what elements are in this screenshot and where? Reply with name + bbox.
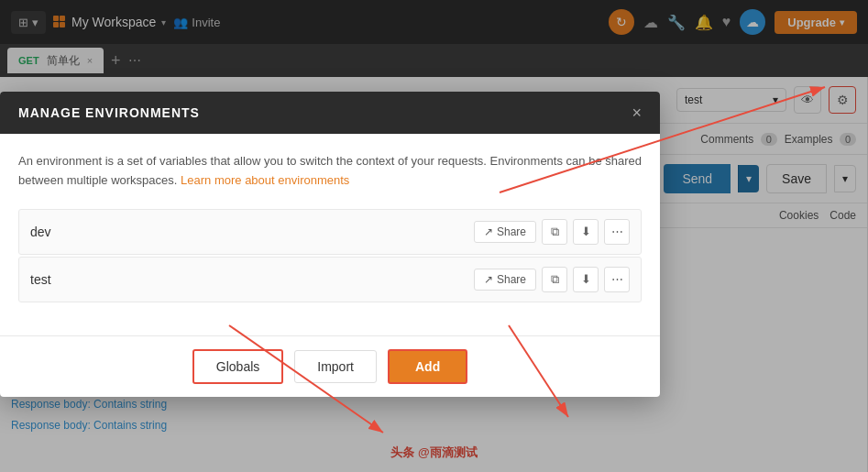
modal-description: An environment is a set of variables tha… — [18, 152, 642, 191]
more-icon-2: ⋯ — [611, 272, 623, 286]
env-item-dev-name: dev — [30, 225, 467, 239]
env-item-test: test ↗ Share ⧉ ⬇ ⋯ — [18, 257, 642, 302]
import-button[interactable]: Import — [294, 350, 377, 383]
env-item-test-name: test — [30, 272, 467, 287]
dev-download-button[interactable]: ⬇ — [573, 219, 599, 245]
modal-title: MANAGE ENVIRONMENTS — [18, 105, 200, 120]
test-share-button[interactable]: ↗ Share — [474, 269, 536, 291]
test-duplicate-button[interactable]: ⧉ — [542, 267, 567, 292]
globals-button[interactable]: Globals — [192, 349, 283, 384]
add-button[interactable]: Add — [388, 349, 467, 384]
share-icon-2: ↗ — [484, 273, 493, 286]
env-item-dev: dev ↗ Share ⧉ ⬇ ⋯ — [18, 209, 642, 255]
dev-share-button[interactable]: ↗ Share — [474, 221, 536, 243]
env-item-test-actions: ↗ Share ⧉ ⬇ ⋯ — [474, 267, 630, 292]
manage-environments-modal: MANAGE ENVIRONMENTS × An environment is … — [0, 92, 660, 397]
learn-more-link[interactable]: Learn more about environments — [181, 173, 349, 187]
share-icon: ↗ — [484, 225, 493, 238]
more-icon: ⋯ — [611, 225, 623, 238]
modal-header: MANAGE ENVIRONMENTS × — [0, 92, 660, 134]
modal-footer: Globals Import Add — [0, 335, 660, 397]
environment-list: dev ↗ Share ⧉ ⬇ ⋯ — [18, 209, 642, 302]
env-item-dev-actions: ↗ Share ⧉ ⬇ ⋯ — [474, 219, 630, 245]
modal-overlay: MANAGE ENVIRONMENTS × An environment is … — [0, 0, 868, 472]
dev-more-button[interactable]: ⋯ — [604, 219, 630, 245]
test-more-button[interactable]: ⋯ — [604, 267, 630, 292]
download-icon: ⬇ — [581, 225, 591, 238]
duplicate-icon: ⧉ — [551, 225, 559, 239]
download-icon-2: ⬇ — [581, 272, 591, 286]
modal-body: An environment is a set of variables tha… — [0, 134, 660, 335]
test-download-button[interactable]: ⬇ — [573, 267, 599, 292]
duplicate-icon-2: ⧉ — [551, 272, 559, 287]
dev-duplicate-button[interactable]: ⧉ — [542, 219, 567, 245]
modal-close-button[interactable]: × — [632, 104, 642, 121]
